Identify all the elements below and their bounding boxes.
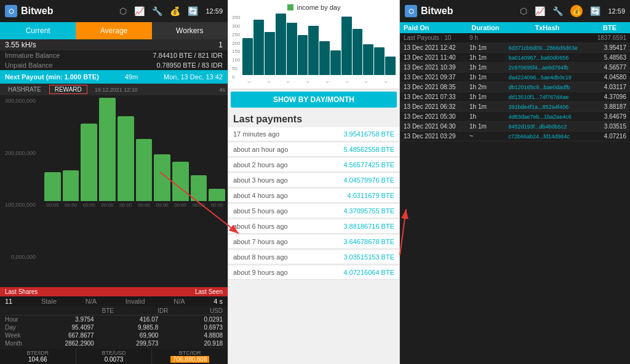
- paid-on-2: 13 Dec 2021 10:39: [400, 63, 466, 73]
- rate-label-2: BTC/IDR: [179, 350, 201, 356]
- table-header-row: Paid On Duration TxHash BTE: [400, 22, 630, 33]
- next-payout-time: 49m: [125, 73, 138, 81]
- txhash-8: 8452d193f...db4b0b5c2: [505, 122, 590, 132]
- next-payout-date: Mon, 13 Dec, 13:42: [164, 73, 223, 81]
- mini-bar-9: [341, 17, 352, 75]
- xlabel-9: 00:00: [209, 202, 225, 208]
- stats-row-month: Month 2862.2900 299,573 20.918: [5, 339, 223, 347]
- mini-xlabel-5: 2021-12-06: [345, 81, 361, 84]
- refresh-icon[interactable]: 🔄: [188, 6, 198, 16]
- bte-3: 4.04580: [589, 73, 630, 82]
- txhash-5: dd13510f1...74f767d4ae: [505, 92, 590, 102]
- mini-xlabel-4: 2021-12-05: [325, 81, 341, 84]
- wrench-icon[interactable]: 🔧: [152, 6, 162, 16]
- tab-current[interactable]: Current: [0, 22, 76, 39]
- tab-workers[interactable]: Workers: [152, 22, 228, 39]
- payment-time-7: about 7 hours ago: [233, 238, 288, 245]
- bar-3: [99, 98, 116, 201]
- shares-header: Last Shares Last Seen: [0, 287, 228, 296]
- mini-y-300: 300: [232, 23, 240, 29]
- payment-amount-1: 5.48562558 BTE: [343, 146, 394, 153]
- show-by-day-btn[interactable]: SHOW BY DAY/MONTH: [231, 92, 397, 108]
- right-network-icon[interactable]: ⬡: [520, 6, 527, 16]
- duration-4: 1h 2m: [466, 82, 504, 92]
- left-tabs-row: Current Average Workers: [0, 22, 228, 39]
- workers-value: 1: [218, 41, 223, 49]
- mini-bar-10: [353, 29, 363, 75]
- unpaid-balance-row: Unpaid Balance 0.78950 BTE / 83 IDR: [0, 60, 228, 70]
- left-app-title: ⬡ Bitweb: [5, 5, 53, 17]
- rate-value-1: 0.0073: [105, 356, 124, 363]
- stats-header-usd: USD: [169, 307, 223, 314]
- table-row-4: 13 Dec 2021 08:35 1h 2m db120165c9...bae…: [400, 82, 630, 92]
- summary-duration: 9 h: [466, 33, 504, 43]
- paid-on-7: 13 Dec 2021 05:30: [400, 112, 466, 122]
- payment-time-1: about an hour ago: [233, 146, 288, 153]
- paid-on-1: 13 Dec 2021 11:40: [400, 53, 466, 63]
- right-header: ⬡ Bitweb ⬡ 📈 🔧 💰 🔄 12:59: [400, 0, 630, 22]
- mini-bar-13: [385, 57, 396, 75]
- reward-tab[interactable]: REWARD: [49, 85, 87, 94]
- mini-bar-7: [319, 41, 330, 75]
- xlabel-5: 00:00: [136, 202, 153, 208]
- hashrate-tab[interactable]: HASHRATE: [2, 85, 47, 94]
- invalid-value: N/A: [173, 298, 185, 305]
- day-label: Day: [5, 324, 30, 331]
- duration-2: 1h 1m: [466, 63, 504, 73]
- payment-row-6: about 6 hours ago 3.88186716 BTE: [228, 220, 399, 234]
- wallet-icon[interactable]: 💰: [170, 6, 180, 16]
- summary-label: Last Payouts : 10: [400, 33, 466, 43]
- hashrate-info: 3.55 kH/s 1: [0, 39, 228, 50]
- rate-value-0: 104.66: [28, 356, 47, 363]
- last-payments-title: Last payments: [228, 110, 399, 127]
- table-row-1: 13 Dec 2021 11:40 1h 1m ba0140967...ba60…: [400, 53, 630, 63]
- right-chart-icon[interactable]: 📈: [535, 6, 545, 16]
- last-seen-header: Last Seen: [195, 288, 223, 295]
- right-title-text: Bitweb: [421, 6, 453, 17]
- right-wrench-icon[interactable]: 🔧: [552, 6, 563, 16]
- rate-label-0: BTE/IDR: [27, 350, 49, 356]
- mini-bar-8: [330, 50, 341, 75]
- right-refresh-icon[interactable]: 🔄: [590, 6, 600, 16]
- mini-xlabels: 2021-12-01 2021-12-02 2021-12-03 2021-12…: [247, 81, 396, 85]
- rate-value-2: 706,880,808: [170, 356, 210, 363]
- right-wallet-icon[interactable]: 💰: [570, 5, 583, 17]
- payment-row-4: about 4 hours ago 4.0311679 BTE: [228, 189, 399, 203]
- mini-bar-2: [265, 32, 275, 75]
- unpaid-balance-value: 0.78950 BTE / 83 IDR: [156, 61, 223, 69]
- left-app-header: ⬡ Bitweb ⬡ 📈 🔧 💰 🔄 12:59: [0, 0, 228, 22]
- duration-1: 1h 1m: [466, 53, 504, 63]
- stats-table: BTE IDR USD Hour 3.9754 416.07 0.0291 Da…: [0, 306, 228, 349]
- y-label-1: 200,000,000: [0, 150, 37, 156]
- xlabel-8: 00:00: [191, 202, 207, 208]
- paid-on-9: 13 Dec 2021 03:29: [400, 132, 466, 141]
- network-icon[interactable]: ⬡: [119, 6, 127, 16]
- duration-0: 1h 1m: [466, 43, 504, 53]
- tab-average[interactable]: Average: [76, 22, 151, 39]
- mini-chart-title: income by day: [232, 4, 396, 11]
- mini-bar-6: [308, 26, 319, 75]
- payment-amount-9: 4.07216064 BTE: [343, 269, 394, 276]
- duration-8: 1h 1m: [466, 122, 504, 132]
- left-header-icons: ⬡ 📈 🔧 💰 🔄 12:59: [119, 6, 223, 16]
- chart-icon[interactable]: 📈: [134, 6, 145, 16]
- mini-y-150: 150: [232, 49, 240, 54]
- table-row-2: 13 Dec 2021 10:39 1h 1m 2c970695f4...ae6…: [400, 63, 630, 73]
- txhash-3: da4224096...5ae4db0c19: [505, 73, 590, 82]
- payment-time-9: about 9 hours ago: [233, 269, 288, 276]
- mini-bar-3: [276, 14, 286, 75]
- mini-xlabel-6: 2021-12-07: [364, 81, 380, 84]
- bar-6: [154, 154, 170, 201]
- table-row-5: 13 Dec 2021 07:33 1h 1m dd13510f1...74f7…: [400, 92, 630, 102]
- chart-title-text: income by day: [297, 4, 341, 11]
- day-bte: 95.4097: [30, 324, 94, 331]
- hour-usd: 0.0291: [158, 316, 223, 323]
- mini-y-250: 250: [232, 32, 240, 38]
- mini-bar-0: [242, 38, 253, 75]
- week-label: Week: [5, 332, 30, 339]
- th-duration: Duration: [466, 22, 504, 33]
- month-label: Month: [5, 340, 30, 347]
- bar-0: [44, 172, 61, 201]
- table-row-0: 13 Dec 2021 12:42 1h 1m 6d371cb6d09...28…: [400, 43, 630, 53]
- right-time: 12:59: [608, 7, 625, 15]
